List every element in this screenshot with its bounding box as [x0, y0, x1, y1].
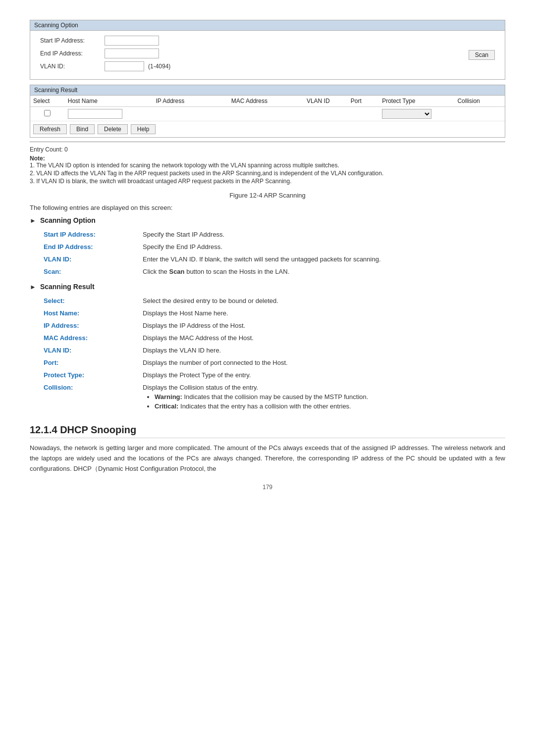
row-vlan — [304, 107, 348, 121]
hostname-input[interactable] — [68, 109, 122, 119]
field-table-scanning-result: Select: Select the desired entry to be b… — [40, 295, 515, 414]
field-row-start-ip: Start IP Address: Specify the Start IP A… — [40, 228, 515, 241]
col-protect: Protect Type — [379, 96, 454, 107]
start-ip-input[interactable] — [105, 36, 159, 46]
divider — [30, 142, 505, 142]
vlan-id-row: VLAN ID: (1-4094) — [40, 61, 495, 71]
field-row-port: Port: Displays the number of port connec… — [40, 356, 515, 369]
delete-button[interactable]: Delete — [98, 124, 128, 134]
notes-section: Note: 1. The VLAN ID option is intended … — [30, 155, 505, 185]
section-title-scanning-option: Scanning Option — [40, 216, 96, 224]
field-row-collision: Collision: Displays the Collision status… — [40, 381, 515, 414]
field-desc-vlan-id-result: Displays the VLAN ID here. — [139, 344, 515, 356]
field-desc-start-ip: Specify the Start IP Address. — [139, 228, 515, 241]
scan-button-area: Scan — [469, 50, 495, 60]
field-row-protect-type: Protect Type: Displays the Protect Type … — [40, 369, 515, 381]
field-table-scanning-option: Start IP Address: Specify the Start IP A… — [40, 228, 515, 278]
table-row: ARP IP — [30, 107, 505, 121]
arrow-icon-scanning-option: ► — [30, 217, 36, 224]
collision-bullet-list: Warning: Indicates that the collision ma… — [143, 393, 511, 410]
result-table-header-row: Select Host Name IP Address MAC Address … — [30, 96, 505, 107]
section-heading-scanning-option: ► Scanning Option — [30, 216, 505, 224]
col-collision: Collision — [454, 96, 505, 107]
collision-bullet-warning: Warning: Indicates that the collision ma… — [155, 393, 511, 401]
end-ip-label: End IP Address: — [40, 50, 105, 57]
row-ip — [153, 107, 228, 121]
field-name-vlan-id-result: VLAN ID: — [40, 344, 139, 356]
col-vlan: VLAN ID — [304, 96, 348, 107]
field-name-scan: Scan: — [40, 265, 139, 278]
section-title-scanning-result: Scanning Result — [40, 283, 95, 291]
field-row-mac-address: MAC Address: Displays the MAC Address of… — [40, 332, 515, 344]
field-row-end-ip: End IP Address: Specify the End IP Addre… — [40, 241, 515, 253]
field-row-vlan-id: VLAN ID: Enter the VLAN ID. If blank, th… — [40, 253, 515, 265]
field-row-hostname: Host Name: Displays the Host Name here. — [40, 307, 515, 319]
field-name-hostname: Host Name: — [40, 307, 139, 319]
collision-desc-text: Displays the Collision status of the ent… — [143, 384, 258, 391]
entry-section: Entry Count: 0 Note: 1. The VLAN ID opti… — [30, 146, 505, 185]
field-name-start-ip: Start IP Address: — [40, 228, 139, 241]
field-row-scan: Scan: Click the Scan button to scan the … — [40, 265, 515, 278]
field-row-select: Select: Select the desired entry to be b… — [40, 295, 515, 307]
dhcp-heading: 12.1.4 DHCP Snooping — [30, 424, 505, 438]
note-item-3: 3. If VLAN ID is blank, the switch will … — [30, 178, 505, 185]
field-desc-port: Displays the number of port connected to… — [139, 356, 515, 369]
bind-button[interactable]: Bind — [70, 124, 95, 134]
end-ip-row: End IP Address: — [40, 49, 495, 58]
row-protect: ARP IP — [379, 107, 454, 121]
start-ip-row: Start IP Address: — [40, 36, 495, 46]
row-port — [348, 107, 379, 121]
col-port: Port — [348, 96, 379, 107]
action-row: Refresh Bind Delete Help — [30, 121, 505, 137]
warning-bold: Warning: — [155, 393, 182, 401]
field-name-port: Port: — [40, 356, 139, 369]
row-checkbox-cell — [30, 107, 65, 121]
row-mac — [228, 107, 304, 121]
field-desc-protect-type: Displays the Protect Type of the entry. — [139, 369, 515, 381]
field-name-protect-type: Protect Type: — [40, 369, 139, 381]
arrow-icon-scanning-result: ► — [30, 283, 36, 291]
protect-type-dropdown[interactable]: ARP IP — [382, 109, 431, 119]
entry-count: Entry Count: 0 — [30, 146, 505, 153]
critical-bold: Critical: — [155, 403, 178, 410]
result-table: Select Host Name IP Address MAC Address … — [30, 96, 505, 121]
row-checkbox[interactable] — [44, 110, 51, 116]
desc-intro: The following entries are displayed on t… — [30, 204, 505, 211]
col-select: Select — [30, 96, 65, 107]
scan-button[interactable]: Scan — [469, 50, 495, 60]
scanning-option-header: Scanning Option — [30, 20, 505, 31]
field-name-vlan-id: VLAN ID: — [40, 253, 139, 265]
field-name-mac-address: MAC Address: — [40, 332, 139, 344]
field-desc-hostname: Displays the Host Name here. — [139, 307, 515, 319]
dhcp-paragraph: Nowadays, the network is getting larger … — [30, 443, 505, 474]
page-number: 179 — [30, 484, 505, 491]
vlan-id-input[interactable] — [105, 61, 144, 71]
scan-inline-bold: Scan — [169, 268, 184, 275]
end-ip-input[interactable] — [105, 49, 159, 58]
field-row-vlan-id-result: VLAN ID: Displays the VLAN ID here. — [40, 344, 515, 356]
collision-bullet-critical: Critical: Indicates that the entry has a… — [155, 403, 511, 410]
field-desc-ip-address: Displays the IP Address of the Host. — [139, 319, 515, 332]
vlan-id-label: VLAN ID: — [40, 63, 105, 70]
scanning-result-header: Scanning Result — [30, 85, 505, 96]
notes-label: Note: — [30, 155, 45, 162]
field-name-select: Select: — [40, 295, 139, 307]
start-ip-label: Start IP Address: — [40, 37, 105, 44]
note-item-2: 2. VLAN ID affects the VLAN Tag in the A… — [30, 170, 505, 177]
scanning-option-box: Scanning Option Start IP Address: End IP… — [30, 20, 505, 80]
field-row-ip-address: IP Address: Displays the IP Address of t… — [40, 319, 515, 332]
refresh-button[interactable]: Refresh — [33, 124, 67, 134]
field-name-ip-address: IP Address: — [40, 319, 139, 332]
field-desc-collision: Displays the Collision status of the ent… — [139, 381, 515, 414]
field-desc-scan: Click the Scan button to scan the Hosts … — [139, 265, 515, 278]
help-button[interactable]: Help — [131, 124, 156, 134]
scanning-option-body: Start IP Address: End IP Address: VLAN I… — [30, 31, 505, 79]
note-item-1: 1. The VLAN ID option is intended for sc… — [30, 162, 505, 169]
col-mac: MAC Address — [228, 96, 304, 107]
warning-text: Indicates that the collision may be caus… — [184, 393, 368, 401]
row-hostname — [65, 107, 153, 121]
vlan-hint: (1-4094) — [148, 63, 170, 70]
field-name-collision: Collision: — [40, 381, 139, 414]
field-desc-mac-address: Displays the MAC Address of the Host. — [139, 332, 515, 344]
row-collision — [454, 107, 505, 121]
